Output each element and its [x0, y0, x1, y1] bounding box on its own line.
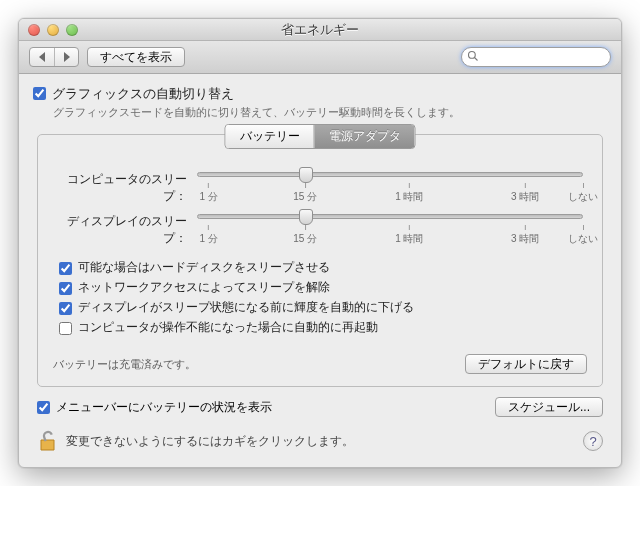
search-icon — [467, 50, 479, 62]
traffic-lights — [19, 24, 78, 36]
graphics-subtitle: グラフィックスモードを自動的に切り替えて、バッテリー駆動時間を長くします。 — [53, 105, 607, 120]
display-sleep-slider[interactable] — [197, 214, 583, 219]
slider-tick: 3 時間 — [511, 183, 539, 204]
search-wrap — [461, 47, 611, 67]
bottom-row: メニューバーにバッテリーの状況を表示 スケジュール... — [37, 397, 603, 417]
options-list: 可能な場合はハードディスクをスリープさせる ネットワークアクセスによってスリープ… — [59, 259, 587, 336]
unlock-icon — [37, 429, 59, 453]
computer-sleep-slider[interactable] — [197, 172, 583, 177]
option-hdd-sleep[interactable]: 可能な場合はハードディスクをスリープさせる — [59, 259, 587, 276]
power-fieldset: バッテリー 電源アダプタ コンピュータのスリープ： 1 分15 分1 時間3 時… — [37, 134, 603, 387]
nav-segmented — [29, 47, 79, 67]
checkbox[interactable] — [59, 322, 72, 335]
display-sleep-row: ディスプレイのスリープ： 1 分15 分1 時間3 時間しない — [53, 213, 587, 247]
slider-tick: 1 分 — [199, 183, 217, 204]
prefs-window: 省エネルギー すべてを表示 グラフィックスの自動切り替え グラフィックスモードを… — [18, 18, 622, 468]
computer-sleep-label: コンピュータのスリープ： — [53, 171, 193, 205]
option-dim-before-sleep[interactable]: ディスプレイがスリープ状態になる前に輝度を自動的に下げる — [59, 299, 587, 316]
graphics-switch-checkbox[interactable] — [33, 87, 46, 100]
chevron-right-icon — [64, 52, 70, 62]
graphics-title: グラフィックスの自動切り替え — [52, 86, 234, 103]
battery-status-text: バッテリーは充電済みです。 — [53, 357, 196, 372]
status-row: バッテリーは充電済みです。 デフォルトに戻す — [53, 354, 587, 374]
lock-text: 変更できないようにするにはカギをクリックします。 — [66, 434, 354, 449]
lock-control[interactable]: 変更できないようにするにはカギをクリックします。 — [37, 429, 354, 453]
slider-tick: 15 分 — [293, 183, 317, 204]
slider-tick: 3 時間 — [511, 225, 539, 246]
slider-tick: しない — [568, 183, 598, 204]
tab-battery[interactable]: バッテリー — [226, 125, 314, 148]
show-all-button[interactable]: すべてを表示 — [87, 47, 185, 67]
chevron-left-icon — [39, 52, 45, 62]
back-button[interactable] — [30, 48, 54, 66]
content: グラフィックスの自動切り替え グラフィックスモードを自動的に切り替えて、バッテリ… — [19, 74, 621, 467]
zoom-icon[interactable] — [66, 24, 78, 36]
slider-ticks: 1 分15 分1 時間3 時間しない — [197, 183, 583, 205]
svg-line-1 — [475, 58, 478, 61]
minimize-icon[interactable] — [47, 24, 59, 36]
checkbox[interactable] — [37, 401, 50, 414]
checkbox[interactable] — [59, 302, 72, 315]
window-title: 省エネルギー — [19, 21, 621, 39]
show-battery-menubar[interactable]: メニューバーにバッテリーの状況を表示 — [37, 399, 272, 416]
display-sleep-label: ディスプレイのスリープ： — [53, 213, 193, 247]
computer-sleep-row: コンピュータのスリープ： 1 分15 分1 時間3 時間しない — [53, 171, 587, 205]
close-icon[interactable] — [28, 24, 40, 36]
search-input[interactable] — [461, 47, 611, 67]
tab-power-adapter[interactable]: 電源アダプタ — [314, 125, 415, 148]
option-wake-network[interactable]: ネットワークアクセスによってスリープを解除 — [59, 279, 587, 296]
slider-tick: 15 分 — [293, 225, 317, 246]
titlebar: 省エネルギー — [19, 19, 621, 41]
slider-ticks: 1 分15 分1 時間3 時間しない — [197, 225, 583, 247]
svg-point-0 — [469, 52, 476, 59]
help-button[interactable]: ? — [583, 431, 603, 451]
toolbar: すべてを表示 — [19, 41, 621, 74]
slider-thumb-icon[interactable] — [299, 209, 313, 225]
slider-tick: しない — [568, 225, 598, 246]
restore-defaults-button[interactable]: デフォルトに戻す — [465, 354, 587, 374]
option-auto-restart[interactable]: コンピュータが操作不能になった場合に自動的に再起動 — [59, 319, 587, 336]
slider-thumb-icon[interactable] — [299, 167, 313, 183]
forward-button[interactable] — [54, 48, 78, 66]
checkbox[interactable] — [59, 262, 72, 275]
slider-tick: 1 時間 — [395, 225, 423, 246]
power-tabs: バッテリー 電源アダプタ — [225, 124, 416, 149]
slider-tick: 1 時間 — [395, 183, 423, 204]
slider-tick: 1 分 — [199, 225, 217, 246]
graphics-row: グラフィックスの自動切り替え — [33, 86, 607, 103]
lock-row: 変更できないようにするにはカギをクリックします。 ? — [37, 429, 603, 453]
checkbox[interactable] — [59, 282, 72, 295]
schedule-button[interactable]: スケジュール... — [495, 397, 603, 417]
